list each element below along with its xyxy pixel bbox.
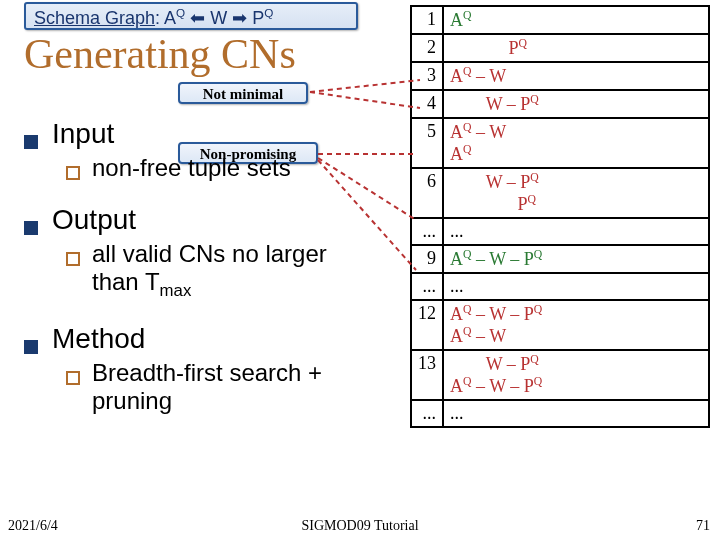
row-content: AQ – WAQ: [443, 118, 709, 168]
table-row: ......: [411, 400, 709, 427]
bullet-method-text: Method: [52, 323, 145, 355]
row-index: 9: [411, 245, 443, 273]
slide-title: Generating CNs: [24, 30, 296, 78]
footer-title: SIGMOD09 Tutorial: [301, 518, 418, 534]
row-index: 12: [411, 300, 443, 350]
row-content: PQ: [443, 34, 709, 62]
row-index: ...: [411, 218, 443, 245]
row-content: ...: [443, 400, 709, 427]
row-content: AQ – W – PQAQ – W: [443, 300, 709, 350]
row-content: AQ: [443, 6, 709, 34]
bullet-input-text: Input: [52, 118, 114, 150]
row-content: W – PQ PQ: [443, 168, 709, 218]
row-content: ...: [443, 273, 709, 300]
bullet-method-sub-text: Breadth-first search + pruning: [92, 359, 374, 415]
row-content: W – PQAQ – W – PQ: [443, 350, 709, 400]
row-index: 3: [411, 62, 443, 90]
table-row: 9AQ – W – PQ: [411, 245, 709, 273]
bullet-hollow-square-icon: [66, 252, 80, 266]
row-content: ...: [443, 218, 709, 245]
bullet-method: Method: [24, 323, 374, 355]
row-content: AQ – W – PQ: [443, 245, 709, 273]
table-row: ......: [411, 273, 709, 300]
bullet-output: Output: [24, 204, 374, 236]
bullet-square-icon: [24, 340, 38, 354]
bullet-input-sub: non-free tuple sets: [66, 154, 374, 182]
bullet-hollow-square-icon: [66, 166, 80, 180]
table-row: 12AQ – W – PQAQ – W: [411, 300, 709, 350]
svg-line-0: [310, 80, 420, 92]
footer-date: 2021/6/4: [8, 518, 58, 534]
row-content: W – PQ: [443, 90, 709, 118]
bullet-output-sub: all valid CNs no larger than Tmax: [66, 240, 374, 301]
row-index: 2: [411, 34, 443, 62]
schema-graph-box: Schema Graph: AQ ⬅ W ➡ PQ: [24, 2, 358, 30]
table-row: 4 W – PQ: [411, 90, 709, 118]
cn-table: 1AQ2 PQ3AQ – W4 W – PQ5AQ – WAQ6 W – PQ …: [410, 5, 710, 428]
table-row: 5AQ – WAQ: [411, 118, 709, 168]
bullet-square-icon: [24, 221, 38, 235]
bullet-output-text: Output: [52, 204, 136, 236]
bullet-input: Input: [24, 118, 374, 150]
table-row: ......: [411, 218, 709, 245]
table-row: 3AQ – W: [411, 62, 709, 90]
table-row: 6 W – PQ PQ: [411, 168, 709, 218]
row-content: AQ – W: [443, 62, 709, 90]
bullet-input-sub-text: non-free tuple sets: [92, 154, 291, 182]
not-minimal-callout: Not minimal: [178, 82, 308, 104]
bullet-hollow-square-icon: [66, 371, 80, 385]
row-index: 4: [411, 90, 443, 118]
table-row: 1AQ: [411, 6, 709, 34]
table-row: 13 W – PQAQ – W – PQ: [411, 350, 709, 400]
row-index: ...: [411, 273, 443, 300]
row-index: 1: [411, 6, 443, 34]
row-index: ...: [411, 400, 443, 427]
table-row: 2 PQ: [411, 34, 709, 62]
row-index: 5: [411, 118, 443, 168]
bullet-list: Input non-free tuple sets Output all val…: [24, 110, 374, 415]
svg-line-1: [310, 92, 420, 108]
row-index: 6: [411, 168, 443, 218]
footer-page: 71: [696, 518, 710, 534]
bullet-method-sub: Breadth-first search + pruning: [66, 359, 374, 415]
bullet-square-icon: [24, 135, 38, 149]
bullet-output-sub-text: all valid CNs no larger than Tmax: [92, 240, 374, 301]
row-index: 13: [411, 350, 443, 400]
